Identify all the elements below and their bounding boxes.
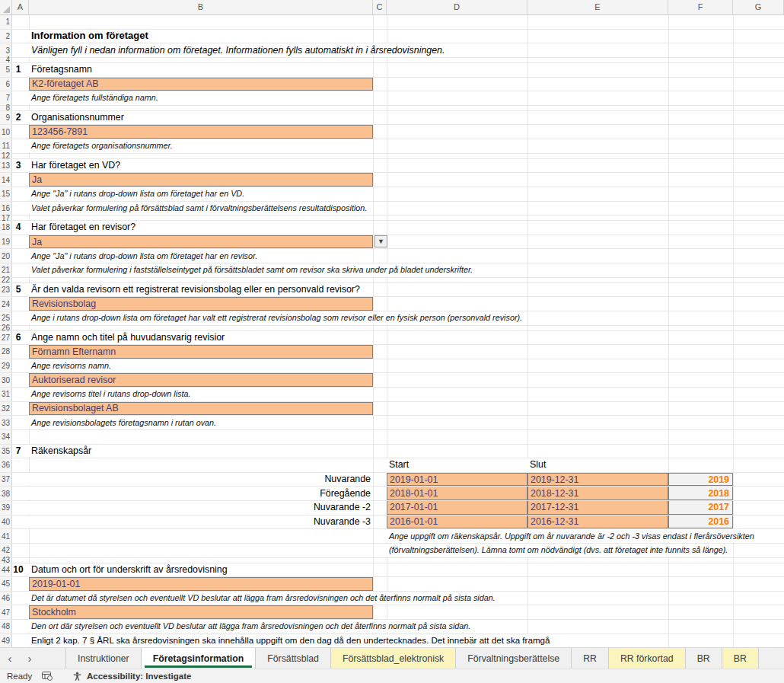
fy-slut-cell-r39[interactable]: 2017-12-31	[527, 501, 668, 515]
tab-f-rs-ttsblad-2[interactable]: Försättsblad	[255, 648, 330, 669]
fy-year-cell-r40[interactable]: 2016	[668, 515, 733, 529]
tab-f-rs-ttsblad-elektronisk-3[interactable]: Försättsblad_elektronisk	[330, 648, 455, 669]
tab-rr-5[interactable]: RR	[571, 648, 608, 669]
column-header-f[interactable]: F	[668, 0, 733, 14]
input-cell-r19[interactable]: Ja	[29, 235, 373, 249]
accessibility-icon[interactable]	[72, 672, 82, 681]
input-cell-r14[interactable]: Ja	[29, 173, 373, 187]
column-header-b[interactable]: B	[29, 0, 373, 14]
row-header-48[interactable]: 48	[0, 620, 12, 634]
row-header-26[interactable]: 26	[0, 326, 12, 330]
section-description: Vänligen fyll i nedan information om för…	[29, 43, 447, 56]
row-header-30[interactable]: 30	[0, 373, 12, 387]
fy-slut-cell-r38[interactable]: 2018-12-31	[527, 487, 668, 500]
input-cell-r45[interactable]: 2019-01-01	[29, 577, 373, 591]
tab-instruktioner-0[interactable]: Instruktioner	[65, 648, 141, 669]
column-header-c[interactable]: C	[373, 0, 387, 14]
fy-slut-cell-r40[interactable]: 2016-12-31	[527, 515, 668, 529]
input-cell-r32[interactable]: Revisionsbolaget AB	[29, 402, 373, 416]
row-header-4[interactable]: 4	[0, 58, 12, 62]
fy-start-cell-r38[interactable]: 2018-01-01	[387, 487, 527, 500]
row-header-17[interactable]: 17	[0, 215, 12, 220]
input-cell-r30[interactable]: Auktoriserad revisor	[29, 373, 373, 387]
dropdown-button[interactable]: ▼	[374, 235, 387, 248]
row-header-39[interactable]: 39	[0, 501, 12, 515]
row-header-8[interactable]: 8	[0, 106, 12, 110]
row-header-12[interactable]: 12	[0, 154, 12, 158]
gridline	[373, 58, 374, 62]
row-header-15[interactable]: 15	[0, 187, 12, 201]
row-header-36[interactable]: 36	[0, 458, 12, 472]
row-14: 14Ja	[0, 173, 784, 187]
gridline	[387, 283, 387, 297]
row-header-38[interactable]: 38	[0, 487, 12, 500]
row-header-3[interactable]: 3	[0, 43, 12, 57]
gridline	[527, 445, 528, 458]
row-header-42[interactable]: 42	[0, 544, 12, 557]
sheet-tabs: InstruktionerFöretagsinformationFörsätts…	[65, 648, 759, 669]
tab-f-retagsinformation-1[interactable]: Företagsinformation	[141, 648, 256, 669]
row-header-40[interactable]: 40	[0, 515, 12, 529]
row-header-19[interactable]: 19	[0, 235, 12, 249]
gridline	[387, 159, 387, 173]
row-header-10[interactable]: 10	[0, 125, 12, 139]
input-cell-r24[interactable]: Revisionsbolag	[29, 297, 373, 311]
row-header-45[interactable]: 45	[0, 577, 12, 591]
row-44: 4410Datum och ort för underskrift av års…	[0, 563, 784, 578]
row-header-47[interactable]: 47	[0, 605, 12, 619]
input-cell-r28[interactable]: Förnamn Efternamn	[29, 345, 373, 359]
gridline	[387, 563, 387, 577]
fy-start-header: Start	[387, 458, 411, 471]
row-header-2[interactable]: 2	[0, 30, 12, 43]
row-header-32[interactable]: 32	[0, 402, 12, 416]
tab-br-7[interactable]: BR	[685, 648, 722, 669]
tab-f-rvaltningsber-ttelse-4[interactable]: Förvaltningsberättelse	[455, 648, 571, 669]
row-header-31[interactable]: 31	[0, 388, 12, 401]
fy-year-cell-r37[interactable]: 2019	[668, 473, 733, 487]
row-header-22[interactable]: 22	[0, 278, 12, 282]
column-header-e[interactable]: E	[527, 0, 668, 14]
fy-year-cell-r38[interactable]: 2018	[668, 487, 733, 500]
input-cell-r47[interactable]: Stockholm	[29, 605, 373, 619]
gridline	[387, 297, 387, 311]
row-header-37[interactable]: 37	[0, 473, 12, 487]
row-header-41[interactable]: 41	[0, 529, 12, 543]
row-header-29[interactable]: 29	[0, 359, 12, 373]
macro-record-icon[interactable]	[42, 672, 53, 681]
input-cell-r10[interactable]: 123456-7891	[29, 125, 373, 139]
row-header-20[interactable]: 20	[0, 249, 12, 263]
row-header-34[interactable]: 34	[0, 430, 12, 444]
row-header-16[interactable]: 16	[0, 202, 12, 215]
fy-year-cell-r39[interactable]: 2017	[668, 501, 733, 515]
row-header-6[interactable]: 6	[0, 78, 12, 91]
row-header-11[interactable]: 11	[0, 139, 12, 153]
row-header-43[interactable]: 43	[0, 558, 12, 563]
fy-start-cell-r40[interactable]: 2016-01-01	[387, 515, 527, 529]
row-header-25[interactable]: 25	[0, 311, 12, 325]
row-header-24[interactable]: 24	[0, 297, 12, 311]
fy-start-cell-r39[interactable]: 2017-01-01	[387, 501, 527, 515]
column-header-g[interactable]: G	[733, 0, 784, 14]
gridline	[387, 331, 387, 345]
gridline	[733, 215, 734, 220]
fiscal-year-note: Ange uppgift om räkenskapsår. Uppgift om…	[387, 529, 757, 542]
row-header-1[interactable]: 1	[0, 15, 12, 29]
input-cell-r6[interactable]: K2-företaget AB	[29, 78, 373, 91]
row-header-28[interactable]: 28	[0, 345, 12, 359]
tab-br-8[interactable]: BR	[722, 648, 759, 669]
fy-slut-cell-r37[interactable]: 2019-12-31	[527, 473, 668, 487]
row-header-21[interactable]: 21	[0, 263, 12, 277]
row-header-7[interactable]: 7	[0, 91, 12, 105]
row-header-46[interactable]: 46	[0, 592, 12, 605]
accessibility-status-label[interactable]: Accessibility: Investigate	[87, 672, 191, 681]
next-sheet-icon[interactable]: ›	[20, 648, 40, 669]
row-header-33[interactable]: 33	[0, 416, 12, 429]
prev-sheet-icon[interactable]: ‹	[0, 648, 20, 669]
row-header-14[interactable]: 14	[0, 173, 12, 187]
select-all-corner[interactable]	[0, 0, 12, 14]
column-header-d[interactable]: D	[387, 0, 527, 14]
fy-start-cell-r37[interactable]: 2019-01-01	[387, 473, 527, 487]
row-header-49[interactable]: 49	[0, 634, 12, 647]
column-header-a[interactable]: A	[12, 0, 29, 14]
tab-rr-f-rkortad-6[interactable]: RR förkortad	[608, 648, 685, 669]
